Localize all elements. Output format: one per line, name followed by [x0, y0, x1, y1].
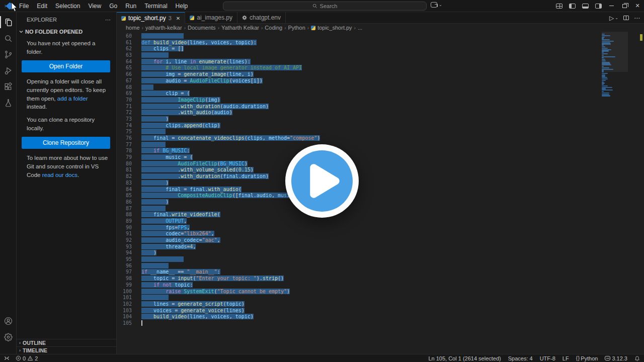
- language-mode[interactable]: { } Python: [576, 355, 598, 361]
- code-line[interactable]: 100 raise SystemExit("Topic cannot be em…: [117, 289, 644, 295]
- run-python-button[interactable]: ▷⌄: [609, 15, 618, 22]
- code-line[interactable]: 103 voices = generate_voice(lines): [117, 308, 644, 314]
- outline-section-header[interactable]: › OUTLINE: [17, 339, 116, 346]
- tab-topic-short-py[interactable]: topic_short.py 3 ✕: [117, 12, 185, 24]
- copilot-menu[interactable]: ⌄: [431, 2, 442, 8]
- code-line[interactable]: 105: [117, 320, 644, 327]
- code-line[interactable]: 102 lines = generate_script(topic): [117, 301, 644, 308]
- tab-chatgpt-env[interactable]: chatgpt.env: [237, 12, 286, 23]
- code-line[interactable]: 61def build_video(lines, voices, topic):: [117, 40, 644, 46]
- menu-go[interactable]: Go: [105, 0, 121, 12]
- command-center-search[interactable]: Search: [223, 2, 427, 11]
- activity-run-debug[interactable]: [0, 62, 17, 78]
- restore-button[interactable]: [618, 0, 631, 12]
- breadcrumb-item[interactable]: ...: [358, 25, 362, 31]
- minimap[interactable]: [602, 32, 628, 98]
- video-play-overlay[interactable]: [285, 144, 359, 218]
- code-editor[interactable]: 60 61def build_video(lines, voices, topi…: [117, 32, 644, 354]
- close-button[interactable]: ✕: [631, 0, 644, 12]
- account-button[interactable]: [0, 313, 17, 329]
- code-line[interactable]: 98 topic = input("Enter your topic: ").s…: [117, 276, 644, 282]
- play-button-circle[interactable]: [291, 150, 353, 212]
- code-line[interactable]: 101: [117, 295, 644, 301]
- code-line[interactable]: 70 ImageClip(img): [117, 97, 644, 104]
- code-line[interactable]: 87: [117, 206, 644, 212]
- code-line[interactable]: 95: [117, 256, 644, 263]
- indentation[interactable]: Spaces: 4: [508, 355, 533, 361]
- code-line[interactable]: 72 .with_audio(audio): [117, 110, 644, 116]
- code-line[interactable]: 99 if not topic:: [117, 282, 644, 289]
- breadcrumb-item[interactable]: Yatharth Kelkar: [221, 25, 259, 31]
- activity-extensions[interactable]: [0, 78, 17, 95]
- code-line[interactable]: 96: [117, 263, 644, 269]
- code-line[interactable]: 91 codec="libx264",: [117, 231, 644, 237]
- code-line[interactable]: 90 fps=FPS,: [117, 225, 644, 231]
- remote-indicator[interactable]: [4, 355, 10, 361]
- code-line[interactable]: 84 final = final.with_audio(: [117, 187, 644, 193]
- code-line[interactable]: 83 ): [117, 180, 644, 187]
- open-folder-button[interactable]: Open Folder: [22, 60, 110, 72]
- code-line[interactable]: 60: [117, 33, 644, 40]
- no-folder-section-header[interactable]: NO FOLDER OPENED: [17, 27, 116, 36]
- activity-source-control[interactable]: [0, 46, 17, 62]
- code-line[interactable]: 68: [117, 84, 644, 91]
- code-line[interactable]: 79 music = (: [117, 154, 644, 161]
- add-folder-link[interactable]: add a folder: [57, 96, 88, 102]
- toggle-secondary-sidebar-button[interactable]: [592, 0, 605, 12]
- menu-terminal[interactable]: Terminal: [140, 0, 171, 12]
- encoding[interactable]: UTF-8: [540, 355, 555, 361]
- tab-ai-images-py[interactable]: ai_images.py: [185, 12, 237, 23]
- minimap-slider[interactable]: [602, 32, 628, 72]
- breadcrumb-item[interactable]: Coding: [265, 25, 282, 31]
- customize-layout-button[interactable]: [552, 0, 566, 12]
- breadcrumb-item[interactable]: topic_short.py: [311, 25, 352, 31]
- toggle-panel-button[interactable]: [579, 0, 592, 12]
- minimize-button[interactable]: [605, 0, 618, 12]
- menu-run[interactable]: Run: [121, 0, 140, 12]
- code-line[interactable]: 89 OUTPUT,: [117, 218, 644, 225]
- code-line[interactable]: 81 .with_volume_scaled(0.15): [117, 167, 644, 173]
- sidebar-more-actions[interactable]: ⋯: [105, 17, 111, 23]
- settings-button[interactable]: [0, 329, 17, 345]
- menu-edit[interactable]: Edit: [33, 0, 51, 12]
- activity-testing[interactable]: [0, 95, 17, 111]
- code-line[interactable]: 73 ): [117, 116, 644, 123]
- code-line[interactable]: 104 build_video(lines, voices, topic): [117, 314, 644, 320]
- more-actions-button[interactable]: ⋯: [634, 15, 640, 22]
- menu-help[interactable]: Help: [172, 0, 192, 12]
- code-line[interactable]: 64 for i, line in enumerate(lines):: [117, 59, 644, 65]
- split-editor-button[interactable]: [623, 16, 629, 20]
- breadcrumb-item[interactable]: Python: [288, 25, 305, 31]
- menu-selection[interactable]: Selection: [51, 0, 84, 12]
- code-line[interactable]: 74 clips.append(clip): [117, 123, 644, 129]
- code-line[interactable]: 76 final = concatenate_videoclips(clips,…: [117, 135, 644, 142]
- eol-sequence[interactable]: LF: [562, 355, 569, 361]
- menu-view[interactable]: View: [84, 0, 105, 12]
- activity-explorer[interactable]: [0, 14, 17, 30]
- code-line[interactable]: 63: [117, 52, 644, 59]
- code-line[interactable]: 77: [117, 142, 644, 148]
- notifications-button[interactable]: [634, 355, 640, 361]
- toggle-sidebar-button[interactable]: [566, 0, 579, 12]
- breadcrumb-item[interactable]: Documents: [188, 25, 216, 31]
- code-line[interactable]: 85 CompositeAudioClip([final.audio, musi…: [117, 193, 644, 199]
- code-line[interactable]: 92 audio_codec="aac",: [117, 237, 644, 244]
- code-line[interactable]: 82 .with_duration(final.duration): [117, 173, 644, 180]
- code-line[interactable]: 78 if BG_MUSIC:: [117, 148, 644, 154]
- code-line[interactable]: 88 final.write_videofile(: [117, 212, 644, 218]
- timeline-section-header[interactable]: › TIMELINE: [17, 346, 116, 354]
- clone-repository-button[interactable]: Clone Repository: [22, 137, 110, 149]
- python-interpreter[interactable]: 3.12.3: [605, 355, 627, 361]
- read-docs-link[interactable]: read our docs: [42, 172, 77, 178]
- code-line[interactable]: 97if __name__ == "__main__":: [117, 269, 644, 276]
- code-line[interactable]: 62 clips = []: [117, 46, 644, 52]
- code-line[interactable]: 93 threads=4,: [117, 244, 644, 250]
- cursor-position[interactable]: Ln 105, Col 1 (2614 selected): [428, 355, 501, 361]
- breadcrumb-item[interactable]: yatharth-kelkar: [145, 25, 182, 31]
- code-line[interactable]: 65 # Use local image generator instead o…: [117, 65, 644, 71]
- code-line[interactable]: 86 ): [117, 199, 644, 206]
- code-line[interactable]: 66 img = generate_image(line, i): [117, 71, 644, 78]
- problems-indicator[interactable]: 0 2: [16, 355, 38, 361]
- code-line[interactable]: 71 .with_duration(audio.duration): [117, 104, 644, 110]
- code-line[interactable]: 67 audio = AudioFileClip(voices[i]): [117, 78, 644, 84]
